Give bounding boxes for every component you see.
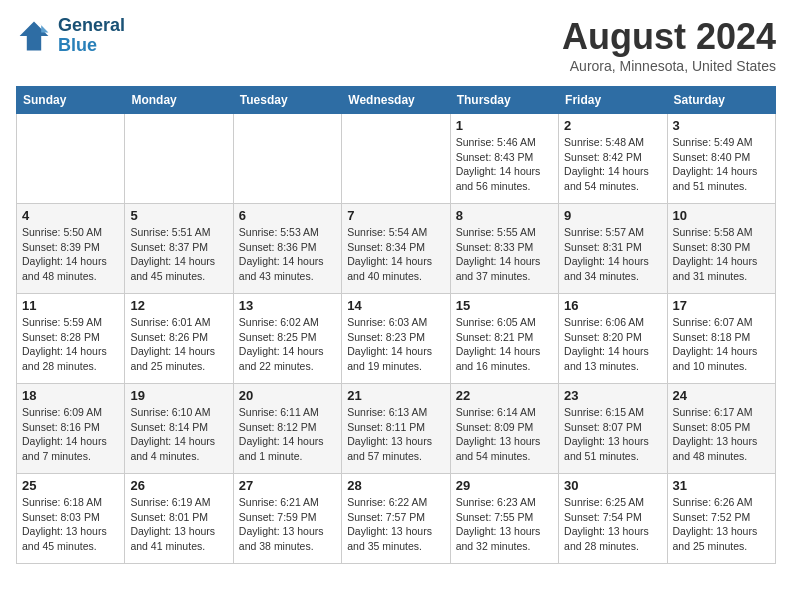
calendar-cell: 27Sunrise: 6:21 AM Sunset: 7:59 PM Dayli…	[233, 474, 341, 564]
day-info: Sunrise: 6:02 AM Sunset: 8:25 PM Dayligh…	[239, 315, 336, 374]
day-number: 21	[347, 388, 444, 403]
day-info: Sunrise: 5:53 AM Sunset: 8:36 PM Dayligh…	[239, 225, 336, 284]
day-info: Sunrise: 6:05 AM Sunset: 8:21 PM Dayligh…	[456, 315, 553, 374]
calendar-cell: 8Sunrise: 5:55 AM Sunset: 8:33 PM Daylig…	[450, 204, 558, 294]
day-number: 28	[347, 478, 444, 493]
day-info: Sunrise: 6:07 AM Sunset: 8:18 PM Dayligh…	[673, 315, 770, 374]
weekday-header: Thursday	[450, 87, 558, 114]
day-info: Sunrise: 5:49 AM Sunset: 8:40 PM Dayligh…	[673, 135, 770, 194]
weekday-header: Saturday	[667, 87, 775, 114]
day-info: Sunrise: 6:14 AM Sunset: 8:09 PM Dayligh…	[456, 405, 553, 464]
day-number: 2	[564, 118, 661, 133]
calendar-cell	[125, 114, 233, 204]
calendar-cell: 26Sunrise: 6:19 AM Sunset: 8:01 PM Dayli…	[125, 474, 233, 564]
calendar-cell	[17, 114, 125, 204]
calendar-cell: 14Sunrise: 6:03 AM Sunset: 8:23 PM Dayli…	[342, 294, 450, 384]
calendar-week-row: 1Sunrise: 5:46 AM Sunset: 8:43 PM Daylig…	[17, 114, 776, 204]
day-number: 13	[239, 298, 336, 313]
calendar-cell: 24Sunrise: 6:17 AM Sunset: 8:05 PM Dayli…	[667, 384, 775, 474]
day-number: 9	[564, 208, 661, 223]
day-info: Sunrise: 6:06 AM Sunset: 8:20 PM Dayligh…	[564, 315, 661, 374]
calendar-cell: 31Sunrise: 6:26 AM Sunset: 7:52 PM Dayli…	[667, 474, 775, 564]
day-number: 3	[673, 118, 770, 133]
day-info: Sunrise: 5:58 AM Sunset: 8:30 PM Dayligh…	[673, 225, 770, 284]
day-number: 15	[456, 298, 553, 313]
calendar-cell: 13Sunrise: 6:02 AM Sunset: 8:25 PM Dayli…	[233, 294, 341, 384]
calendar-cell: 11Sunrise: 5:59 AM Sunset: 8:28 PM Dayli…	[17, 294, 125, 384]
day-info: Sunrise: 5:48 AM Sunset: 8:42 PM Dayligh…	[564, 135, 661, 194]
day-info: Sunrise: 5:51 AM Sunset: 8:37 PM Dayligh…	[130, 225, 227, 284]
svg-marker-1	[20, 21, 49, 50]
logo-text: General Blue	[58, 16, 125, 56]
day-number: 17	[673, 298, 770, 313]
calendar-cell	[342, 114, 450, 204]
day-info: Sunrise: 6:23 AM Sunset: 7:55 PM Dayligh…	[456, 495, 553, 554]
calendar-cell: 29Sunrise: 6:23 AM Sunset: 7:55 PM Dayli…	[450, 474, 558, 564]
day-info: Sunrise: 5:54 AM Sunset: 8:34 PM Dayligh…	[347, 225, 444, 284]
day-info: Sunrise: 6:15 AM Sunset: 8:07 PM Dayligh…	[564, 405, 661, 464]
day-info: Sunrise: 6:11 AM Sunset: 8:12 PM Dayligh…	[239, 405, 336, 464]
day-number: 31	[673, 478, 770, 493]
day-number: 20	[239, 388, 336, 403]
day-number: 27	[239, 478, 336, 493]
calendar-cell: 28Sunrise: 6:22 AM Sunset: 7:57 PM Dayli…	[342, 474, 450, 564]
day-info: Sunrise: 6:10 AM Sunset: 8:14 PM Dayligh…	[130, 405, 227, 464]
weekday-header: Sunday	[17, 87, 125, 114]
calendar-cell: 20Sunrise: 6:11 AM Sunset: 8:12 PM Dayli…	[233, 384, 341, 474]
day-info: Sunrise: 6:25 AM Sunset: 7:54 PM Dayligh…	[564, 495, 661, 554]
day-info: Sunrise: 6:19 AM Sunset: 8:01 PM Dayligh…	[130, 495, 227, 554]
calendar-cell: 19Sunrise: 6:10 AM Sunset: 8:14 PM Dayli…	[125, 384, 233, 474]
day-number: 10	[673, 208, 770, 223]
calendar-week-row: 25Sunrise: 6:18 AM Sunset: 8:03 PM Dayli…	[17, 474, 776, 564]
day-number: 5	[130, 208, 227, 223]
day-number: 7	[347, 208, 444, 223]
day-info: Sunrise: 6:13 AM Sunset: 8:11 PM Dayligh…	[347, 405, 444, 464]
calendar-cell: 22Sunrise: 6:14 AM Sunset: 8:09 PM Dayli…	[450, 384, 558, 474]
day-info: Sunrise: 6:17 AM Sunset: 8:05 PM Dayligh…	[673, 405, 770, 464]
day-number: 1	[456, 118, 553, 133]
day-info: Sunrise: 6:01 AM Sunset: 8:26 PM Dayligh…	[130, 315, 227, 374]
calendar-week-row: 11Sunrise: 5:59 AM Sunset: 8:28 PM Dayli…	[17, 294, 776, 384]
weekday-header: Friday	[559, 87, 667, 114]
logo-icon	[16, 18, 52, 54]
day-number: 11	[22, 298, 119, 313]
day-info: Sunrise: 5:50 AM Sunset: 8:39 PM Dayligh…	[22, 225, 119, 284]
title-block: August 2024 Aurora, Minnesota, United St…	[562, 16, 776, 74]
day-number: 25	[22, 478, 119, 493]
calendar-cell: 5Sunrise: 5:51 AM Sunset: 8:37 PM Daylig…	[125, 204, 233, 294]
calendar-cell: 21Sunrise: 6:13 AM Sunset: 8:11 PM Dayli…	[342, 384, 450, 474]
calendar-week-row: 4Sunrise: 5:50 AM Sunset: 8:39 PM Daylig…	[17, 204, 776, 294]
calendar-cell: 30Sunrise: 6:25 AM Sunset: 7:54 PM Dayli…	[559, 474, 667, 564]
day-number: 4	[22, 208, 119, 223]
day-number: 8	[456, 208, 553, 223]
weekday-header: Tuesday	[233, 87, 341, 114]
month-title: August 2024	[562, 16, 776, 58]
day-number: 26	[130, 478, 227, 493]
day-info: Sunrise: 5:57 AM Sunset: 8:31 PM Dayligh…	[564, 225, 661, 284]
calendar-cell: 16Sunrise: 6:06 AM Sunset: 8:20 PM Dayli…	[559, 294, 667, 384]
calendar-cell: 9Sunrise: 5:57 AM Sunset: 8:31 PM Daylig…	[559, 204, 667, 294]
day-number: 19	[130, 388, 227, 403]
day-info: Sunrise: 5:46 AM Sunset: 8:43 PM Dayligh…	[456, 135, 553, 194]
calendar-cell: 1Sunrise: 5:46 AM Sunset: 8:43 PM Daylig…	[450, 114, 558, 204]
logo: General Blue	[16, 16, 125, 56]
weekday-header-row: SundayMondayTuesdayWednesdayThursdayFrid…	[17, 87, 776, 114]
day-number: 14	[347, 298, 444, 313]
page-header: General Blue August 2024 Aurora, Minneso…	[16, 16, 776, 74]
weekday-header: Monday	[125, 87, 233, 114]
day-number: 12	[130, 298, 227, 313]
day-number: 18	[22, 388, 119, 403]
day-number: 24	[673, 388, 770, 403]
calendar-week-row: 18Sunrise: 6:09 AM Sunset: 8:16 PM Dayli…	[17, 384, 776, 474]
day-info: Sunrise: 6:26 AM Sunset: 7:52 PM Dayligh…	[673, 495, 770, 554]
calendar-cell: 15Sunrise: 6:05 AM Sunset: 8:21 PM Dayli…	[450, 294, 558, 384]
calendar-cell: 2Sunrise: 5:48 AM Sunset: 8:42 PM Daylig…	[559, 114, 667, 204]
day-info: Sunrise: 5:55 AM Sunset: 8:33 PM Dayligh…	[456, 225, 553, 284]
calendar-cell: 25Sunrise: 6:18 AM Sunset: 8:03 PM Dayli…	[17, 474, 125, 564]
day-number: 29	[456, 478, 553, 493]
location-label: Aurora, Minnesota, United States	[562, 58, 776, 74]
day-info: Sunrise: 6:22 AM Sunset: 7:57 PM Dayligh…	[347, 495, 444, 554]
day-info: Sunrise: 6:21 AM Sunset: 7:59 PM Dayligh…	[239, 495, 336, 554]
calendar-cell: 3Sunrise: 5:49 AM Sunset: 8:40 PM Daylig…	[667, 114, 775, 204]
day-info: Sunrise: 6:03 AM Sunset: 8:23 PM Dayligh…	[347, 315, 444, 374]
